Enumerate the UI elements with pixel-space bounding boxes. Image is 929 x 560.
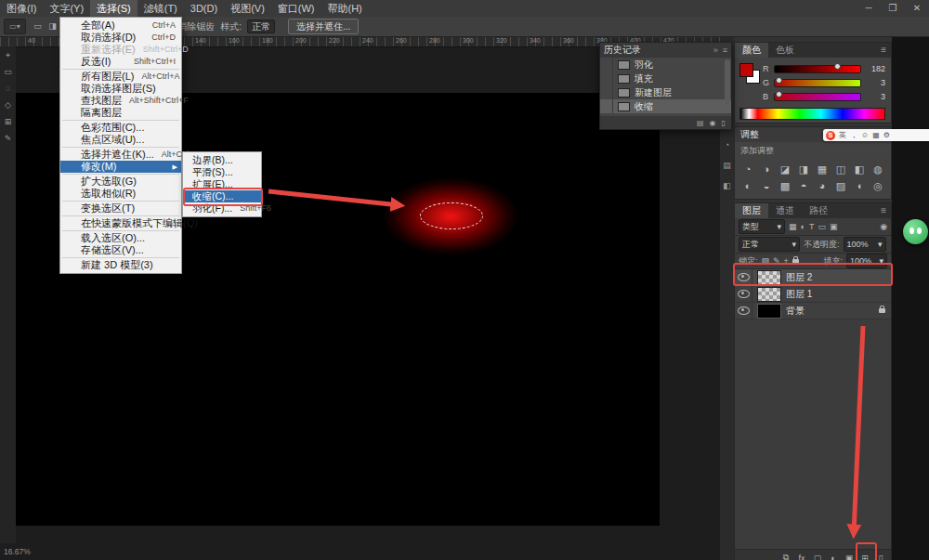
menu-item-isolate-layers[interactable]: 隔离图层 [60,107,181,119]
lock-transparency-icon[interactable]: ▨ [762,256,770,266]
menu-item-save-selection[interactable]: 存储选区(V)... [60,244,181,256]
adjustment-icon[interactable]: ◎ [869,177,887,194]
close-button[interactable]: ✕ [905,0,929,17]
blue-value[interactable]: 3 [865,92,885,101]
keyboard-icon[interactable]: ▦ [872,129,880,141]
menu-type[interactable]: 文字(Y) [43,0,90,17]
adjustment-icon[interactable]: ◧ [850,161,869,177]
menu-item-load-selection[interactable]: 载入选区(O)... [60,232,181,244]
menu-item-new-3d-model[interactable]: 新建 3D 模型(3) [60,259,181,271]
adjustment-icon[interactable]: ◔ [739,161,757,177]
crop-tool[interactable]: ⊞ [0,113,16,130]
green-value[interactable]: 3 [865,78,885,87]
adjustment-icon[interactable]: ▩ [776,177,794,194]
submenu-item-feather[interactable]: 羽化(F)...Shift+F6 [183,202,261,215]
foreground-color-swatch[interactable] [739,63,753,77]
new-group-icon[interactable]: ▣ [844,553,855,560]
new-snapshot-icon[interactable]: ◉ [710,119,716,127]
link-layers-icon[interactable]: ⧉ [780,553,792,560]
smart-object-filter-icon[interactable]: ▣ [830,222,838,231]
dock-info-icon[interactable]: ◧ [720,178,734,193]
opacity-select[interactable]: 100% ▾ [844,237,886,252]
layer-style-icon[interactable]: fx [796,553,807,560]
lock-paint-icon[interactable]: ✎ [773,256,780,266]
menu-view[interactable]: 视图(V) [224,0,271,17]
quick-selection-tool[interactable]: ◇ [0,97,16,113]
layer-name[interactable]: 背景 [786,305,805,318]
layer-row-layer1[interactable]: 图层 1 [735,286,891,303]
submenu-item-smooth[interactable]: 平滑(S)... [183,166,261,178]
color-swatch-pair[interactable] [739,63,760,84]
shape-filter-icon[interactable]: ▭ [818,222,826,231]
ime-logo-icon[interactable]: S [826,131,835,140]
submenu-item-border[interactable]: 边界(B)... [183,154,261,166]
blend-mode-select[interactable]: 正常 ▾ [739,237,800,252]
minimize-button[interactable]: ─ [857,0,881,17]
adjustment-layer-icon[interactable]: ◐ [828,553,839,560]
layer-row-background[interactable]: 背景 [735,303,891,319]
punctuation-icon[interactable]: ， [850,129,857,141]
menu-item-all[interactable]: 全部(A)Ctrl+A [60,20,181,32]
green-slider[interactable] [774,79,861,87]
blue-slider-handle[interactable] [776,91,782,98]
filter-toggle-icon[interactable]: ◉ [880,222,887,231]
adjustment-icon[interactable]: ◨ [794,161,813,177]
history-scrollbar[interactable] [725,59,730,104]
lock-position-icon[interactable]: + [784,256,789,266]
tab-swatches[interactable]: 色板 [768,43,802,58]
adjustment-icon[interactable]: ◖ [850,177,869,194]
delete-layer-icon[interactable]: ▯ [875,553,886,560]
visibility-toggle[interactable] [735,269,752,285]
panel-menu-icon[interactable]: ≡ [876,43,891,58]
pixel-filter-icon[interactable]: ▦ [789,222,797,231]
history-source-cell[interactable] [600,72,613,85]
lock-all-icon[interactable] [792,259,799,264]
adjustment-icon[interactable]: ◫ [831,161,850,177]
layer-row-layer2[interactable]: 图层 2 [735,269,891,286]
eyedropper-tool[interactable]: ✎ [0,130,16,147]
add-mask-icon[interactable]: ▢ [812,553,823,560]
layer-name[interactable]: 图层 2 [786,271,812,284]
menu-item-modify[interactable]: 修改(M)▶ [60,161,181,173]
adjustment-icon[interactable]: ◐ [739,177,757,194]
menu-window[interactable]: 窗口(W) [271,0,321,17]
toolbox-icon[interactable]: ⚙ [883,129,890,141]
history-state[interactable]: 新建图层 [600,85,731,99]
lasso-tool[interactable]: ◌ [0,80,16,97]
select-and-mask-button[interactable]: 选择并遮住... [288,19,359,34]
adjustment-icon[interactable]: ◒ [757,177,776,194]
language-icon[interactable]: 英 [839,129,846,141]
red-slider-handle[interactable] [834,63,841,70]
visibility-toggle[interactable] [735,286,752,302]
maximize-button[interactable]: ❐ [881,0,905,17]
adjustment-icon[interactable]: ◓ [794,177,813,194]
type-filter-icon[interactable]: T [809,222,815,231]
new-doc-from-state-icon[interactable]: ▤ [697,119,704,127]
menu-help[interactable]: 帮助(H) [321,0,369,17]
menu-item-deselect[interactable]: 取消选择(D)Ctrl+D [60,32,181,44]
move-tool[interactable]: ⌖ [0,46,16,63]
adjustment-icon[interactable]: ▦ [813,161,831,177]
tab-paths[interactable]: 路径 [802,203,835,218]
red-value[interactable]: 182 [865,64,885,73]
menu-item-transform-selection[interactable]: 变换选区(T) [60,202,181,215]
layer-thumbnail[interactable] [757,304,781,319]
menu-item-inverse[interactable]: 反选(I)Shift+Ctrl+I [60,56,181,68]
delete-state-icon[interactable]: ▯ [722,119,726,127]
menu-item-all-layers[interactable]: 所有图层(L)Alt+Ctrl+A [60,71,181,83]
adjustment-filter-icon[interactable]: ◐ [801,222,805,231]
layer-name[interactable]: 图层 1 [786,288,812,301]
style-select[interactable]: 正常 [247,20,275,33]
menu-item-deselect-layers[interactable]: 取消选择图层(S) [60,83,181,95]
floating-chat-button[interactable] [903,219,928,244]
adjustment-icon[interactable]: ◍ [869,161,887,177]
tab-color[interactable]: 颜色 [735,43,768,58]
menu-item-similar[interactable]: 选取相似(R) [60,188,181,200]
history-source-cell[interactable] [600,99,613,113]
layer-thumbnail[interactable] [757,287,781,302]
menu-item-focus-area[interactable]: 焦点区域(U)... [60,134,181,146]
green-slider-handle[interactable] [776,77,782,84]
menu-item-quick-mask[interactable]: 在快速蒙版模式下编辑(Q) [60,217,181,229]
history-source-cell[interactable] [600,58,613,72]
history-source-cell[interactable] [600,85,613,99]
